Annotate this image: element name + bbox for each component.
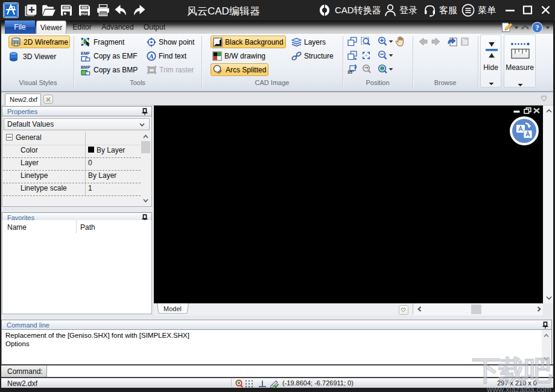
svg-text:EMF: EMF bbox=[81, 51, 90, 55]
svg-text:35°: 35° bbox=[347, 70, 354, 74]
svg-text:?: ? bbox=[535, 24, 539, 32]
svg-text:BMP: BMP bbox=[81, 65, 90, 69]
svg-text:A: A bbox=[148, 52, 153, 60]
svg-text:PDF: PDF bbox=[81, 12, 88, 16]
